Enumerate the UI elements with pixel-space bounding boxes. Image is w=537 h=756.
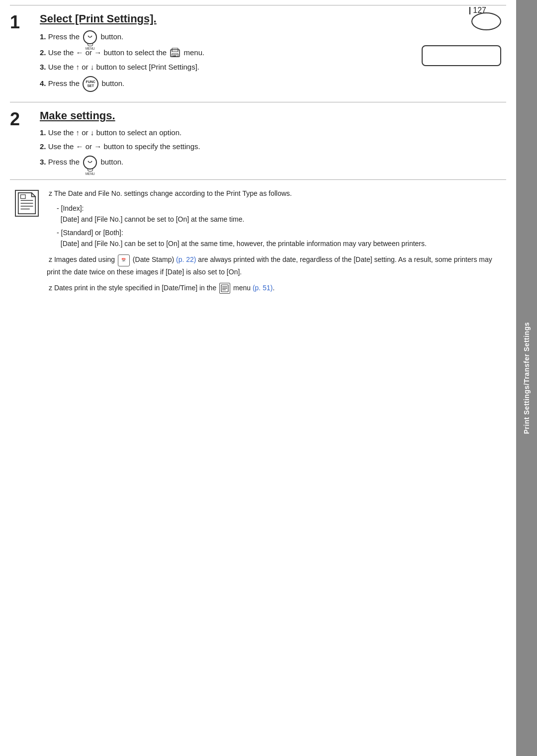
menu-svg — [87, 34, 93, 41]
page-wrapper: 127 1 Select [Print Settings]. 1. Press … — [0, 0, 537, 756]
inst-num: 3. — [40, 158, 46, 166]
oval-button-illustration — [471, 12, 501, 30]
step-2-inst-1: 1. Use the ↑ or ↓ button to select an op… — [40, 127, 501, 139]
note-bullet-2: z — [49, 255, 52, 263]
step-1-inst-4: 4. Press the FUNC SET button. — [40, 76, 402, 92]
step-1-instructions: Select [Print Settings]. 1. Press the — [40, 12, 402, 95]
step-1-inst-1: 1. Press the MENU — [40, 30, 402, 44]
step-2-inst-3: 3. Press the MENU button. — [40, 156, 501, 169]
note-bullet-1: z — [49, 189, 52, 197]
inst-num: 1. — [40, 128, 46, 137]
func-set-button: FUNC SET — [83, 76, 98, 92]
note-bullet-3: z — [49, 284, 52, 292]
inst-num: 2. — [40, 142, 46, 151]
step-1-title: Select [Print Settings]. — [40, 12, 402, 25]
note-2: z Images dated using 📅 (Date Stamp) (p. … — [47, 254, 501, 277]
step-1-number: 1 — [10, 12, 35, 95]
inst-num: 1. — [40, 32, 46, 41]
wrench-svg — [221, 284, 229, 292]
svg-rect-10 — [21, 194, 26, 198]
inst-num: 4. — [40, 79, 46, 87]
note-3-link[interactable]: (p. 51) — [253, 284, 272, 292]
menu-button-icon-2: MENU — [83, 156, 97, 169]
rect-button-illustration — [422, 45, 501, 66]
step-1-inst-3: 3. Use the ↑ or ↓ button to select [Prin… — [40, 62, 402, 73]
print-menu-icon — [170, 48, 180, 59]
inst-num: 2. — [40, 48, 46, 57]
step-1-illustration — [402, 12, 501, 95]
print-icon-svg — [170, 48, 180, 59]
note-1: z The Date and File No. settings change … — [47, 188, 501, 199]
func-btn-label: FUNC SET — [86, 80, 95, 87]
step-2-inst-2: 2. Use the ← or → button to specify the … — [40, 141, 501, 153]
step-2-number: 2 — [10, 109, 35, 172]
main-content: 127 1 Select [Print Settings]. 1. Press … — [0, 0, 516, 756]
notes-section: z The Date and File No. settings change … — [10, 180, 506, 303]
menu-button-shape-2 — [83, 156, 97, 169]
note-1-index: - [Index]: [Date] and [File No.] cannot … — [57, 203, 501, 225]
step-2-content: Make settings. 1. Use the ↑ or ↓ button … — [35, 109, 501, 172]
menu-button-icon: MENU — [83, 30, 97, 44]
note-2-link[interactable]: (p. 22) — [176, 255, 196, 263]
menu-svg-2 — [87, 159, 93, 166]
note-1-standard: - [Standard] or [Both]: [Date] and [File… — [57, 227, 501, 250]
wrench-icon — [219, 283, 230, 294]
step-2-row: 2 Make settings. 1. Use the ↑ or ↓ butto… — [10, 102, 506, 180]
notes-body: z The Date and File No. settings change … — [47, 188, 501, 298]
menu-label: MENU — [86, 46, 95, 51]
step-1-row: 1 Select [Print Settings]. 1. Press the — [10, 5, 506, 102]
sidebar-tab: Print Settings/Transfer Settings — [516, 0, 537, 756]
menu-label-2: MENU — [86, 171, 95, 176]
sidebar-label: Print Settings/Transfer Settings — [523, 322, 531, 434]
inst-num: 3. — [40, 63, 46, 71]
menu-button-shape — [83, 30, 97, 44]
date-stamp-icon: 📅 — [118, 254, 130, 266]
step-1-content: Select [Print Settings]. 1. Press the — [35, 12, 501, 95]
step-2-title: Make settings. — [40, 109, 501, 122]
date-stamp-label: 📅 — [121, 258, 126, 262]
notes-icon-svg — [17, 192, 37, 215]
note-3: z Dates print in the style specified in … — [47, 282, 501, 294]
notes-icon — [15, 190, 39, 217]
